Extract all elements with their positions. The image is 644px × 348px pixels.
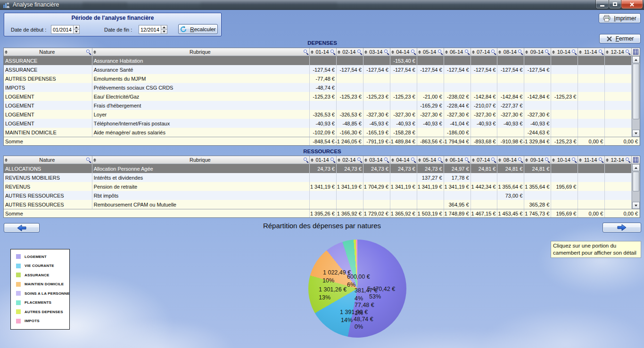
sort-icon[interactable] — [445, 50, 448, 54]
column-header-month[interactable]: 12-14 — [605, 156, 632, 164]
table-row[interactable]: LOGEMENTTéléphone/Internet/Frais postaux… — [4, 119, 640, 128]
sort-icon[interactable] — [472, 50, 475, 54]
column-header-month[interactable]: 10-14 — [551, 48, 578, 56]
column-header-month[interactable]: 12-14 — [605, 48, 632, 56]
sort-icon[interactable] — [579, 158, 582, 162]
search-filter-icon[interactable] — [411, 50, 416, 54]
sort-icon[interactable] — [498, 50, 501, 54]
search-filter-icon[interactable] — [599, 157, 603, 162]
start-date-stepper[interactable] — [73, 25, 80, 34]
vertical-scrollbar[interactable] — [632, 164, 640, 209]
column-header-month[interactable]: 05-14 — [417, 48, 444, 56]
search-filter-icon[interactable] — [330, 50, 335, 54]
sort-icon[interactable] — [391, 158, 394, 162]
column-header-month[interactable]: 09-14 — [524, 156, 551, 164]
sort-icon[interactable] — [498, 158, 501, 162]
column-header-month[interactable]: 08-14 — [497, 48, 524, 56]
search-filter-icon[interactable] — [545, 50, 550, 54]
column-header-month[interactable]: 08-14 — [497, 156, 524, 164]
sort-icon[interactable] — [93, 50, 96, 54]
column-header-month[interactable]: 04-14 — [390, 48, 417, 56]
scroll-down-button[interactable] — [632, 130, 640, 137]
column-header-month[interactable]: 07-14 — [471, 48, 498, 56]
scroll-thumb[interactable] — [633, 172, 639, 191]
column-chooser-icon[interactable] — [632, 156, 640, 164]
column-header-rubrique[interactable]: Rubrique — [92, 48, 310, 56]
column-header-nature[interactable]: Nature — [4, 48, 92, 56]
column-header-month[interactable]: 03-14 — [363, 156, 390, 164]
sort-icon[interactable] — [311, 50, 314, 54]
sort-icon[interactable] — [364, 158, 367, 162]
search-filter-icon[interactable] — [545, 157, 550, 162]
search-filter-icon[interactable] — [626, 50, 630, 54]
table-row[interactable]: LOGEMENTLoyer-326,53 €-326,53 €-327,30 €… — [4, 110, 640, 119]
sort-icon[interactable] — [5, 50, 8, 54]
maximize-button[interactable] — [609, 0, 621, 9]
search-filter-icon[interactable] — [411, 157, 416, 162]
column-header-month[interactable]: 07-14 — [471, 156, 498, 164]
table-row[interactable]: REVENUSPension de retraite1 341,19 €1 34… — [4, 182, 640, 191]
sort-icon[interactable] — [606, 50, 609, 54]
column-header-month[interactable]: 10-14 — [551, 156, 578, 164]
table-row[interactable]: ASSURANCEAssurance Habitation-153,40 € — [4, 56, 640, 65]
search-filter-icon[interactable] — [304, 157, 308, 162]
end-date-input[interactable] — [139, 25, 161, 34]
sort-icon[interactable] — [5, 158, 8, 162]
column-header-month[interactable]: 03-14 — [363, 48, 390, 56]
column-header-month[interactable]: 06-14 — [444, 48, 471, 56]
sort-icon[interactable] — [472, 158, 475, 162]
column-chooser-icon[interactable] — [632, 48, 640, 56]
scroll-thumb[interactable] — [633, 64, 639, 119]
search-filter-icon[interactable] — [465, 50, 470, 54]
search-filter-icon[interactable] — [330, 157, 335, 162]
sort-icon[interactable] — [579, 50, 582, 54]
sort-icon[interactable] — [364, 50, 367, 54]
sort-icon[interactable] — [525, 50, 528, 54]
column-header-rubrique[interactable]: Rubrique — [92, 156, 310, 164]
stepper-down-button[interactable] — [161, 29, 167, 34]
table-row[interactable]: AUTRES DEPENSESEmoluments du MJPM-77,48 … — [4, 74, 640, 83]
search-filter-icon[interactable] — [304, 50, 308, 54]
column-header-month[interactable]: 11-14 — [578, 156, 605, 164]
column-header-month[interactable]: 05-14 — [417, 156, 444, 164]
search-filter-icon[interactable] — [357, 157, 362, 162]
sort-icon[interactable] — [418, 158, 421, 162]
next-chart-button[interactable] — [603, 223, 641, 232]
sort-icon[interactable] — [93, 158, 96, 162]
sort-icon[interactable] — [552, 158, 555, 162]
column-header-month[interactable]: 04-14 — [390, 156, 417, 164]
search-filter-icon[interactable] — [438, 157, 443, 162]
search-filter-icon[interactable] — [518, 50, 523, 54]
sort-icon[interactable] — [338, 158, 340, 162]
start-date-input[interactable] — [51, 25, 74, 34]
table-row[interactable]: LOGEMENTEau/ Electricité/Gaz-125,23 €-12… — [4, 92, 640, 101]
minimize-button[interactable] — [595, 0, 609, 9]
table-row[interactable]: LOGEMENTFrais d'hébergement-165,29 €-228… — [4, 101, 640, 110]
sort-icon[interactable] — [606, 158, 609, 162]
search-filter-icon[interactable] — [599, 50, 603, 54]
vertical-scrollbar[interactable] — [632, 56, 640, 137]
column-header-month[interactable]: 11-14 — [578, 48, 605, 56]
search-filter-icon[interactable] — [572, 50, 577, 54]
table-row[interactable]: REVENUS MOBILIERSIntérêts et dividendes1… — [4, 173, 640, 182]
end-date-stepper[interactable] — [161, 25, 167, 34]
search-filter-icon[interactable] — [491, 50, 496, 54]
column-header-month[interactable]: 01-14 — [310, 156, 337, 164]
sort-icon[interactable] — [391, 50, 394, 54]
search-filter-icon[interactable] — [438, 50, 443, 54]
column-header-month[interactable]: 01-14 — [310, 48, 337, 56]
search-filter-icon[interactable] — [357, 50, 362, 54]
scroll-up-button[interactable] — [632, 56, 640, 63]
table-row[interactable]: AUTRES RESSOURCESRbt impôts73,00 € — [4, 191, 640, 200]
sort-icon[interactable] — [311, 158, 314, 162]
search-filter-icon[interactable] — [86, 157, 91, 162]
column-header-month[interactable]: 02-14 — [337, 156, 363, 164]
scroll-up-button[interactable] — [632, 164, 640, 171]
search-filter-icon[interactable] — [572, 157, 577, 162]
search-filter-icon[interactable] — [626, 157, 630, 162]
stepper-down-button[interactable] — [73, 29, 80, 34]
column-header-nature[interactable]: Nature — [4, 156, 92, 164]
search-filter-icon[interactable] — [465, 157, 470, 162]
sort-icon[interactable] — [418, 50, 421, 54]
sort-icon[interactable] — [552, 50, 555, 54]
